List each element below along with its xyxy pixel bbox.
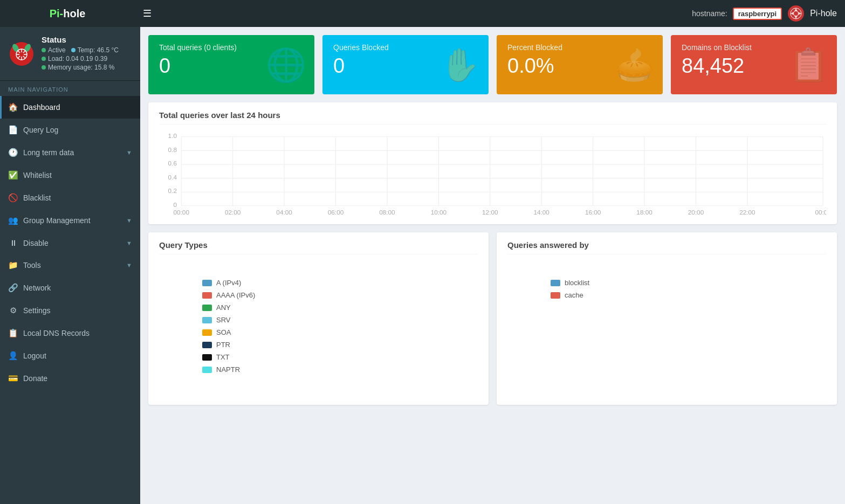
card-icon-2: 🥧: [614, 46, 655, 84]
nav-label-4: Blacklist: [23, 194, 51, 202]
queries-answered-panel: Queries answered by blocklist cache: [497, 232, 837, 405]
status-block: Status Active Temp: 46.5 °C Load: 0.04 0…: [0, 27, 140, 81]
nav-item-disable[interactable]: ⏸ Disable ▼: [0, 232, 140, 254]
brand-logo: Pi-hole: [8, 8, 127, 20]
nav-label-10: Local DNS Records: [23, 329, 90, 337]
nav-label-3: Whitelist: [23, 171, 52, 179]
svg-text:02:00: 02:00: [225, 209, 241, 215]
stat-card-1: Queries Blocked 0 ✋: [322, 35, 489, 94]
query-types-panel: Query Types A (IPv4) AAAA (IPv6) ANY SRV…: [148, 232, 489, 405]
nav-icon-3: ✅: [8, 170, 18, 180]
nav-icon-5: 👥: [8, 216, 18, 225]
nav-item-donate[interactable]: 💳 Donate: [0, 367, 140, 390]
chart-title: Total queries over last 24 hours: [159, 111, 826, 125]
query-types-legend: A (IPv4) AAAA (IPv6) ANY SRV SOA PTR TXT…: [159, 263, 478, 374]
legend-label-qt-2: ANY: [216, 303, 231, 312]
main-content: Total queries (0 clients) 0 🌐 Queries Bl…: [140, 27, 845, 504]
svg-text:12:00: 12:00: [482, 209, 498, 215]
query-types-title: Query Types: [159, 240, 478, 254]
svg-text:0.8: 0.8: [168, 147, 177, 153]
query-type-legend-item-0: A (IPv4): [202, 279, 478, 287]
legend-label-qt-5: PTR: [216, 341, 230, 349]
status-raspberry-icon: [8, 40, 35, 67]
nav-items-container: 🏠 Dashboard 📄 Query Log 🕐 Long term data…: [0, 96, 140, 390]
query-type-legend-item-3: SRV: [202, 316, 478, 324]
nav-icon-4: 🚫: [8, 193, 18, 203]
brand-suffix: hole: [63, 8, 85, 19]
topbar-right: hostname: raspberrypi Pi-hole: [692, 5, 837, 22]
svg-point-6: [794, 11, 798, 16]
nav-chevron-7: ▼: [126, 262, 132, 268]
nav-section-title: MAIN NAVIGATION: [0, 81, 140, 96]
legend-label-qt-7: NAPTR: [216, 365, 240, 374]
svg-text:0.6: 0.6: [168, 161, 177, 167]
legend-color-qt-3: [202, 317, 212, 323]
active-dot: [42, 48, 46, 52]
svg-text:00:00: 00:00: [174, 209, 189, 215]
svg-text:20:00: 20:00: [688, 209, 704, 215]
nav-item-settings[interactable]: ⚙ Settings: [0, 299, 140, 322]
query-type-legend-item-6: TXT: [202, 353, 478, 361]
nav-icon-9: ⚙: [8, 306, 18, 315]
legend-label-qt-3: SRV: [216, 316, 231, 324]
nav-item-whitelist[interactable]: ✅ Whitelist: [0, 164, 140, 187]
nav-item-tools[interactable]: 📁 Tools ▼: [0, 254, 140, 277]
nav-item-logout[interactable]: 👤 Logout: [0, 344, 140, 367]
nav-icon-8: 🔗: [8, 283, 18, 293]
legend-label-qt-6: TXT: [216, 353, 230, 361]
status-info: Status Active Temp: 46.5 °C Load: 0.04 0…: [42, 35, 119, 72]
status-active-label: Active: [48, 46, 66, 54]
legend-color-qt-2: [202, 305, 212, 311]
hamburger-button[interactable]: ☰: [138, 5, 692, 22]
nav-icon-12: 💳: [8, 374, 18, 383]
status-title: Status: [42, 35, 119, 44]
queries-chart-section: Total queries over last 24 hours 1.0 0.8…: [148, 102, 837, 224]
nav-item-query-log[interactable]: 📄 Query Log: [0, 119, 140, 141]
nav-label-2: Long term data: [23, 148, 74, 157]
svg-text:14:00: 14:00: [533, 209, 549, 215]
legend-label-qa-0: blocklist: [565, 279, 589, 287]
status-load: Load: 0.04 0.19 0.39: [48, 55, 107, 63]
nav-item-group-management[interactable]: 👥 Group Management ▼: [0, 209, 140, 232]
nav-item-local-dns-records[interactable]: 📋 Local DNS Records: [0, 322, 140, 344]
nav-label-9: Settings: [23, 306, 51, 315]
legend-color-qt-0: [202, 280, 212, 286]
status-active-line: Active Temp: 46.5 °C: [42, 46, 119, 54]
sidebar: Status Active Temp: 46.5 °C Load: 0.04 0…: [0, 27, 140, 504]
brand-prefix: Pi-: [50, 8, 64, 19]
status-memory-line: Memory usage: 15.8 %: [42, 64, 119, 71]
main-layout: Status Active Temp: 46.5 °C Load: 0.04 0…: [0, 27, 845, 504]
nav-item-blacklist[interactable]: 🚫 Blacklist: [0, 187, 140, 209]
legend-color-qt-1: [202, 292, 212, 299]
legend-label-qa-1: cache: [565, 291, 583, 299]
query-type-legend-item-4: SOA: [202, 328, 478, 336]
nav-item-dashboard[interactable]: 🏠 Dashboard: [0, 96, 140, 119]
card-icon-1: ✋: [440, 46, 480, 84]
svg-text:1.0: 1.0: [168, 133, 177, 139]
svg-text:00:00: 00:00: [815, 209, 826, 215]
legend-label-qt-0: A (IPv4): [216, 279, 241, 287]
legend-color-qa-1: [551, 292, 560, 299]
nav-label-6: Disable: [23, 239, 49, 247]
nav-item-network[interactable]: 🔗 Network: [0, 277, 140, 299]
temp-dot: [71, 48, 75, 52]
nav-item-long-term-data[interactable]: 🕐 Long term data ▼: [0, 141, 140, 164]
query-type-legend-item-1: AAAA (IPv6): [202, 291, 478, 299]
stat-card-0: Total queries (0 clients) 0 🌐: [148, 35, 314, 94]
nav-chevron-2: ▼: [126, 149, 132, 156]
svg-text:08:00: 08:00: [379, 209, 395, 215]
query-type-legend-item-2: ANY: [202, 303, 478, 312]
queries-answered-title: Queries answered by: [507, 240, 826, 254]
nav-chevron-5: ▼: [126, 217, 132, 224]
nav-icon-7: 📁: [8, 260, 18, 270]
pihole-raspberry-icon: [787, 5, 805, 22]
svg-point-15: [19, 52, 24, 57]
legend-color-qt-6: [202, 354, 212, 361]
legend-color-qt-4: [202, 329, 212, 336]
svg-text:06:00: 06:00: [328, 209, 344, 215]
nav-icon-0: 🏠: [8, 102, 18, 112]
nav-icon-1: 📄: [8, 125, 18, 135]
queries-answered-legend-item-0: blocklist: [551, 279, 826, 287]
svg-text:18:00: 18:00: [636, 209, 652, 215]
nav-icon-6: ⏸: [8, 238, 18, 247]
